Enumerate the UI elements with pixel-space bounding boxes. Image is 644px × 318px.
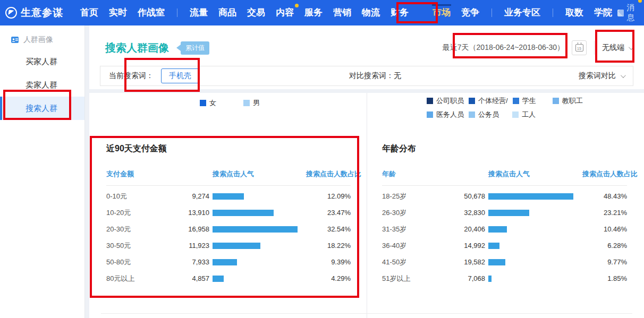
- row-label: 50-80元: [106, 257, 165, 267]
- column-header[interactable]: 搜索点击人气: [488, 169, 579, 179]
- row-bar: [488, 193, 579, 200]
- row-percent: 9.77%: [582, 258, 627, 266]
- bar: [488, 243, 499, 249]
- current-term-tag[interactable]: 手机壳: [161, 68, 199, 83]
- nav-item-label: 内容: [276, 7, 294, 18]
- date-range[interactable]: 最近7天（2018-06-24~2018-06-30）: [443, 43, 564, 53]
- legend-label: 公司职员: [436, 96, 464, 106]
- nav-message[interactable]: 消息: [617, 3, 638, 23]
- column-header[interactable]: 搜索点击人数占比: [582, 169, 627, 179]
- row-bar: [213, 259, 303, 265]
- bar: [213, 243, 260, 249]
- row-value: 11,923: [168, 242, 209, 250]
- table-row: 18-25岁50,67848.43%: [382, 188, 627, 204]
- nav-item-label: 物流: [362, 7, 380, 18]
- legend-label: 学生: [522, 96, 536, 106]
- brand[interactable]: 生意参谋: [5, 6, 63, 20]
- nav-item-competition[interactable]: 竞争: [456, 0, 484, 25]
- nav-item-trade[interactable]: 交易: [242, 0, 270, 25]
- compare-action[interactable]: 搜索词对比: [579, 71, 624, 81]
- nav-divider: [553, 8, 553, 17]
- sidebar-item-seller-crowd[interactable]: 卖家人群: [0, 73, 84, 97]
- nav-item-marketing[interactable]: 营销: [328, 0, 356, 25]
- row-percent: 18.22%: [306, 242, 351, 250]
- row-label: 20-30元: [106, 225, 165, 234]
- nav-item-label: 业务专区: [504, 7, 540, 18]
- legend-label: 女: [209, 98, 216, 108]
- nav-item-realtime[interactable]: 实时: [104, 0, 132, 25]
- device-dropdown[interactable]: 无线端: [602, 43, 632, 53]
- sidebar-section-crowd-portrait[interactable]: 人群画像: [0, 25, 84, 50]
- column-header[interactable]: 搜索点击人数占比: [306, 169, 351, 179]
- column-header[interactable]: 年龄: [382, 169, 440, 179]
- notification-dot: [295, 4, 299, 7]
- header-controls: 最近7天（2018-06-24~2018-06-30） 15 无线端: [443, 40, 632, 55]
- age-table: 年龄分布年龄搜索点击人气搜索点击人数占比18-25岁50,67848.43%26…: [382, 143, 627, 287]
- row-bar: [213, 226, 303, 233]
- compare-term-label: 对比搜索词：无: [349, 71, 401, 81]
- row-bar: [213, 243, 303, 249]
- notification-dot: [638, 0, 642, 3]
- column-header[interactable]: 搜索点击人气: [213, 169, 303, 179]
- row-percent: 48.43%: [582, 192, 627, 200]
- legend-item: 医务人员: [427, 110, 464, 119]
- nav-item-traffic[interactable]: 流量: [185, 0, 213, 25]
- cumulative-badge: 累计值: [176, 41, 209, 55]
- legend-item: 教职工: [553, 96, 583, 106]
- nav-item-label: 服务: [304, 7, 323, 18]
- bar: [213, 210, 274, 216]
- table-row: 10-20元13,91023.47%: [106, 204, 351, 221]
- legend-label: 医务人员: [436, 110, 464, 119]
- legend-swatch: [469, 111, 475, 118]
- nav-item-label: 首页: [80, 7, 98, 18]
- message-envelope-icon: [617, 10, 624, 16]
- legend-item: 公司职员: [427, 96, 464, 106]
- nav-item-home[interactable]: 首页: [75, 0, 103, 25]
- row-value: 20,406: [444, 225, 485, 233]
- nav-item-content[interactable]: 内容: [271, 0, 299, 25]
- row-percent: 9.39%: [306, 258, 351, 266]
- row-percent: 6.28%: [582, 242, 627, 250]
- nav-item-product[interactable]: 商品: [214, 0, 241, 25]
- nav-item-label: 商品: [218, 7, 236, 18]
- sidebar: 人群画像 买家人群卖家人群搜索人群: [0, 25, 85, 318]
- nav-item-label: 实时: [109, 7, 127, 18]
- row-bar: [488, 243, 579, 249]
- nav-item-label: 财务: [391, 7, 409, 18]
- nav-item-market[interactable]: 市场: [428, 0, 455, 25]
- bar: [213, 226, 298, 233]
- id-card-icon: [11, 36, 19, 44]
- nav-item-label: 流量: [190, 7, 208, 18]
- table-row: 0-10元9,27412.09%: [106, 188, 351, 204]
- nav-item-fetch-data[interactable]: 取数: [561, 0, 588, 25]
- chevron-down-icon: [629, 45, 634, 50]
- chevron-down-icon: [621, 73, 626, 78]
- table-row: 20-30元16,95832.54%: [106, 221, 351, 237]
- table-row: 50-80元7,9339.39%: [106, 254, 351, 270]
- nav-item-academy[interactable]: 学院: [589, 0, 617, 25]
- nav-item-logistics[interactable]: 物流: [357, 0, 385, 25]
- nav-item-war-room[interactable]: 作战室: [133, 0, 170, 25]
- nav-divider: [492, 8, 492, 17]
- nav-item-biz-zone[interactable]: 业务专区: [499, 0, 545, 25]
- bar: [488, 259, 505, 265]
- occupation-legend-row-2: 医务人员公务员工人: [427, 110, 588, 119]
- nav-item-service[interactable]: 服务: [300, 0, 327, 25]
- nav-item-label: 交易: [247, 7, 265, 18]
- legend-swatch: [512, 111, 519, 118]
- sidebar-item-label: 搜索人群: [26, 104, 57, 113]
- row-percent: 32.54%: [306, 225, 351, 233]
- table-rows: 0-10元9,27412.09%10-20元13,91023.47%20-30元…: [106, 188, 351, 287]
- nav-item-label: 作战室: [138, 7, 165, 18]
- row-label: 26-30岁: [382, 208, 440, 218]
- calendar-button[interactable]: 15: [572, 40, 587, 55]
- brand-name: 生意参谋: [21, 6, 63, 20]
- nav-item-finance[interactable]: 财务: [386, 0, 413, 25]
- row-percent: 12.09%: [306, 192, 351, 200]
- sidebar-item-search-crowd[interactable]: 搜索人群: [0, 97, 84, 120]
- sidebar-item-buyer-crowd[interactable]: 买家人群: [0, 50, 84, 73]
- legend-swatch: [513, 98, 519, 104]
- column-header[interactable]: 支付金额: [106, 169, 165, 179]
- panel-gender-payment: 女男 近90天支付金额支付金额搜索点击人气搜索点击人数占比0-10元9,2741…: [89, 93, 367, 318]
- nav-divider: [177, 8, 177, 17]
